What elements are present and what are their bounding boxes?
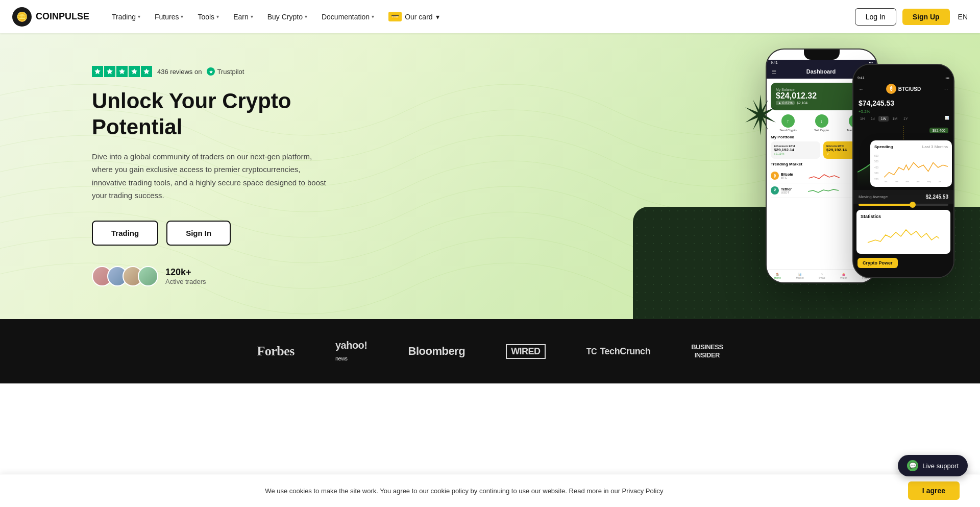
chart-time: 9:41: [857, 76, 865, 80]
send-icon: ↑: [781, 114, 795, 128]
chart-header: ← ₿ BTC/USD ⋯: [853, 81, 953, 97]
chevron-down-icon: ▾: [251, 14, 253, 19]
usdt-market-name: Tether: [781, 187, 792, 191]
chart-type-icon[interactable]: 📊: [945, 116, 949, 122]
phone-notch: [804, 50, 840, 60]
svg-text:200: 200: [874, 178, 878, 181]
chevron-down-icon: ▾: [372, 14, 374, 19]
nav-our-card[interactable]: 💳 Our card ▾: [382, 8, 445, 26]
chart-status-bar: 9:41 ▪▪▪: [853, 75, 953, 81]
chart-coin-icon: ₿: [886, 84, 896, 94]
market-title: Trending Market: [771, 162, 802, 166]
signin-button[interactable]: Sign In: [166, 221, 231, 246]
svg-text:500: 500: [874, 160, 878, 163]
nav-trading[interactable]: Trading ▾: [106, 9, 146, 25]
trustpilot-brand: Trustpilot: [217, 68, 244, 76]
traders-row: 120k+ Active traders: [92, 266, 332, 286]
nav-wallet[interactable]: 👛Wallet: [840, 273, 847, 279]
chart-signal: ▪▪▪: [946, 76, 949, 80]
nav-futures[interactable]: Futures ▾: [149, 9, 189, 25]
chart-tabs: 1H 1d 1W 1M 1Y 📊: [853, 116, 953, 124]
spending-card: Spending Last 3 Months 600 500 400 300 2…: [870, 140, 952, 187]
svg-text:May: May: [927, 181, 931, 183]
wired-logo: WIRED: [506, 344, 546, 359]
spending-chart: 600 500 400 300 200 Jan Feb Mar Apr May …: [874, 152, 948, 183]
sell-action: ↓ Sell Crypto: [814, 114, 829, 132]
bloomberg-logo: Bloomberg: [408, 345, 465, 358]
nav-market[interactable]: 📊Market: [796, 273, 803, 279]
signup-button[interactable]: Sign Up: [902, 9, 950, 25]
hero-section: .wave-line { fill: none; stroke: #8BC34A…: [0, 33, 980, 319]
chart-price: $74,245.53: [859, 97, 948, 109]
usdt-icon: ₮: [771, 186, 779, 195]
tab-1y[interactable]: 1Y: [901, 116, 911, 122]
hero-title: Unlock Your Crypto Potential: [92, 88, 332, 140]
avatar-4: [138, 266, 158, 286]
svg-text:Mar: Mar: [905, 181, 909, 183]
usdt-info: Tether USDT: [781, 187, 792, 194]
language-selector[interactable]: EN: [958, 13, 968, 21]
btc-sym: BTC: [781, 176, 793, 179]
tab-1d[interactable]: 1d: [868, 116, 877, 122]
traders-text: 120k+ Active traders: [165, 267, 206, 285]
trustpilot-icon: [207, 67, 215, 76]
svg-text:300: 300: [874, 172, 878, 175]
login-button[interactable]: Log In: [855, 8, 896, 26]
navbar: 🪙 COINPULSE Trading ▾ Futures ▾ Tools ▾ …: [0, 0, 980, 33]
chart-price-area: $74,245.53 +5.2%: [853, 97, 953, 116]
brand-name: COINPULSE: [36, 11, 89, 22]
star-rating: [92, 66, 152, 77]
moving-avg-label: Moving Average: [859, 195, 888, 199]
nav-swap[interactable]: ⟳Swap: [819, 273, 825, 279]
brand-logo[interactable]: 🪙 COINPULSE: [12, 7, 89, 27]
eth-change: +2.11%: [774, 152, 817, 155]
trustpilot-logo: Trustpilot: [207, 67, 244, 76]
hero-buttons: Trading Sign In: [92, 221, 332, 246]
nav-tools[interactable]: Tools ▾: [191, 9, 225, 25]
logos-bar: Forbes yahoo!news Bloomberg WIRED TC Tec…: [0, 319, 980, 383]
spending-svg: 600 500 400 300 200 Jan Feb Mar Apr May …: [874, 152, 948, 183]
yahoo-logo: yahoo!news: [335, 340, 368, 363]
trading-button[interactable]: Trading: [92, 221, 158, 246]
chevron-down-icon: ▾: [138, 14, 140, 19]
btc-info: Bitcoin BTC: [781, 173, 793, 179]
status-time: 9:41: [771, 61, 778, 64]
chart-slider[interactable]: [859, 204, 948, 206]
tab-1w[interactable]: 1W: [878, 116, 889, 122]
trader-avatars: [92, 266, 158, 286]
techcrunch-logo: TC TechCrunch: [586, 346, 651, 357]
nav-home[interactable]: 🏠Home: [774, 273, 781, 279]
tab-1h[interactable]: 1H: [857, 116, 867, 122]
forbes-logo: Forbes: [257, 344, 295, 359]
stats-title: Statistics: [861, 214, 946, 219]
starburst-decoration: [740, 94, 781, 135]
hero-phones: 9:41 ▪▪▪ ☰ Dashboard 🔔 My Balance $24,01…: [623, 33, 980, 319]
spending-title: Spending: [874, 144, 893, 149]
svg-text:600: 600: [874, 155, 878, 157]
star-2: [104, 66, 115, 77]
chart-price-label: $82,460: [929, 128, 948, 133]
slider-fill: [859, 204, 913, 206]
stats-chart: [861, 222, 946, 248]
nav-earn[interactable]: Earn ▾: [227, 9, 259, 25]
svg-text:Apr: Apr: [917, 181, 920, 183]
trustpilot-row: 436 reviews on Trustpilot: [92, 66, 332, 77]
card-icon: 💳: [388, 12, 402, 21]
chevron-down-icon: ▾: [181, 14, 183, 19]
nav-right: Log In Sign Up EN: [855, 8, 968, 26]
nav-documentation[interactable]: Documentation ▾: [315, 9, 380, 25]
market-item-usdt-left: ₮ Tether USDT: [771, 186, 792, 195]
star-5: [141, 66, 152, 77]
send-label: Send Crypto: [779, 129, 796, 132]
sell-label: Sell Crypto: [814, 129, 829, 132]
usdt-sym: USDT: [781, 191, 792, 194]
spending-header: Spending Last 3 Months: [874, 144, 948, 149]
traders-label: Active traders: [165, 278, 206, 285]
crypto-power-area: Crypto Power: [853, 256, 953, 270]
slider-thumb: [910, 202, 916, 208]
tab-1m[interactable]: 1M: [890, 116, 900, 122]
reviews-count: 436 reviews on: [157, 68, 202, 76]
nav-buy-crypto[interactable]: Buy Crypto ▾: [261, 9, 313, 25]
chart-pair-info: ₿ BTC/USD: [886, 84, 921, 94]
btc-market-name: Bitcoin: [781, 173, 793, 176]
